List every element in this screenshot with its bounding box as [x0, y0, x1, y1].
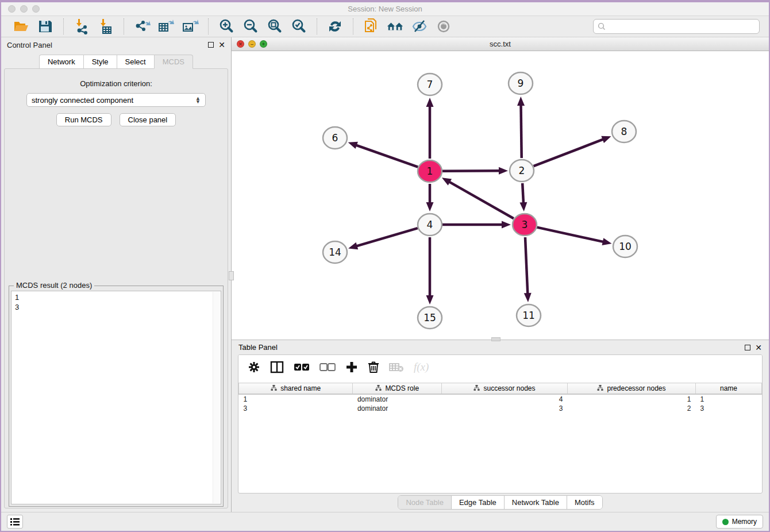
zoom-selected-icon[interactable]: [290, 18, 307, 34]
graph-node-6[interactable]: 6: [323, 127, 347, 149]
table-cell[interactable]: dominator: [353, 394, 442, 404]
horizontal-splitter-handle[interactable]: [491, 337, 500, 341]
result-scrollbar[interactable]: [213, 292, 220, 503]
graph-node-1[interactable]: 1: [418, 160, 442, 182]
tab-network[interactable]: Network: [39, 55, 83, 69]
add-column-icon[interactable]: [345, 361, 358, 373]
tab-style[interactable]: Style: [83, 55, 117, 69]
edge-2-9[interactable]: [521, 105, 522, 158]
edge-1-2[interactable]: [442, 171, 500, 171]
column-header-successor-nodes[interactable]: successor nodes: [442, 383, 568, 394]
edge-3-11[interactable]: [525, 237, 528, 294]
table-cell[interactable]: 2: [567, 404, 695, 414]
table-cell[interactable]: 1: [696, 394, 762, 404]
clone-network-icon[interactable]: [363, 18, 380, 34]
graph-node-2[interactable]: 2: [510, 160, 534, 182]
edge-3-10[interactable]: [537, 228, 603, 242]
tab-motifs[interactable]: Motifs: [567, 496, 602, 509]
deselect-all-icon[interactable]: [319, 363, 336, 372]
column-header-predecessor-nodes[interactable]: predecessor nodes: [567, 383, 695, 394]
preview-icon[interactable]: [435, 18, 452, 34]
node-table[interactable]: shared nameMCDS rolesuccessor nodesprede…: [238, 383, 762, 414]
table-cell[interactable]: 3: [442, 404, 568, 414]
tab-select[interactable]: Select: [117, 55, 154, 69]
column-header-label: predecessor nodes: [607, 384, 665, 392]
network-view-window: ✕ – + scc.txt 7968124314101511: [232, 37, 769, 340]
close-panel-icon[interactable]: ✕: [218, 42, 225, 48]
mcds-result-list[interactable]: 13: [11, 291, 221, 504]
graph-node-11[interactable]: 11: [517, 304, 541, 326]
float-panel-icon[interactable]: [208, 42, 214, 48]
gear-icon[interactable]: [248, 361, 260, 373]
graph-node-14[interactable]: 14: [323, 241, 347, 263]
task-history-button[interactable]: [7, 515, 23, 529]
result-item[interactable]: 3: [15, 302, 217, 312]
function-builder-icon: f(x): [414, 361, 429, 373]
graph-node-8[interactable]: 8: [612, 121, 636, 142]
toolbar-separator: [353, 18, 353, 34]
zoom-out-icon[interactable]: [242, 18, 259, 34]
graph-node-10[interactable]: 10: [613, 236, 637, 257]
export-image-icon[interactable]: [182, 18, 199, 34]
edge-2-3[interactable]: [522, 183, 523, 203]
table-cell[interactable]: dominator: [353, 404, 442, 414]
optimization-criterion-select[interactable]: strongly connected component ▲▼: [26, 93, 206, 107]
column-header-MCDS-role[interactable]: MCDS role: [353, 383, 442, 394]
tab-edge-table[interactable]: Edge Table: [452, 496, 505, 509]
column-header-name[interactable]: name: [696, 383, 762, 394]
zoom-in-icon[interactable]: [218, 18, 235, 34]
graph-node-9[interactable]: 9: [509, 72, 533, 94]
column-layout-icon[interactable]: [270, 360, 284, 374]
table-cell[interactable]: 1: [239, 394, 353, 404]
memory-button[interactable]: Memory: [716, 515, 763, 529]
table-cell[interactable]: 3: [696, 404, 762, 414]
export-table-icon[interactable]: [157, 18, 175, 34]
network-view-titlebar: ✕ – + scc.txt: [232, 37, 769, 51]
hide-style-icon[interactable]: [411, 18, 428, 34]
edge-arrowhead: [502, 221, 511, 229]
graph-node-15[interactable]: 15: [418, 307, 442, 329]
table-row[interactable]: 3dominator323: [239, 404, 762, 414]
toolbar-separator: [63, 18, 64, 34]
edge-3-1[interactable]: [449, 182, 514, 218]
float-table-panel-icon[interactable]: [745, 345, 750, 350]
tab-mcds[interactable]: MCDS: [154, 55, 193, 69]
apply-layout-icon[interactable]: [326, 18, 344, 34]
list-icon: [10, 518, 20, 526]
run-mcds-button[interactable]: Run MCDS: [56, 113, 111, 126]
edge-1-6[interactable]: [356, 145, 418, 167]
graph-node-7[interactable]: 7: [418, 74, 442, 95]
table-cell[interactable]: 1: [567, 394, 695, 404]
tab-node-table[interactable]: Node Table: [398, 496, 452, 509]
tab-network-table[interactable]: Network Table: [505, 496, 567, 509]
close-table-panel-icon[interactable]: ✕: [755, 345, 762, 350]
table-row[interactable]: 1dominator411: [239, 394, 762, 404]
export-network-icon[interactable]: [133, 18, 151, 34]
import-table-icon[interactable]: [97, 18, 114, 34]
table-cell[interactable]: 3: [239, 404, 353, 414]
svg-text:7: 7: [427, 79, 433, 90]
delete-column-icon[interactable]: [368, 361, 379, 373]
table-cell[interactable]: 4: [442, 394, 568, 404]
flatten-hierarchy-icon: [271, 385, 277, 391]
edge-4-14[interactable]: [356, 228, 417, 246]
zoom-fit-icon[interactable]: [266, 18, 283, 34]
search-field[interactable]: [593, 19, 760, 34]
svg-text:3: 3: [522, 219, 528, 230]
control-panel: Control Panel ✕ NetworkStyleSelectMCDS O…: [1, 37, 232, 512]
search-input[interactable]: [609, 22, 755, 31]
result-item[interactable]: 1: [15, 292, 217, 302]
graph-node-3[interactable]: 3: [513, 214, 537, 236]
open-session-icon[interactable]: [13, 18, 30, 34]
first-neighbors-icon[interactable]: [387, 18, 404, 34]
close-panel-button[interactable]: Close panel: [120, 113, 176, 126]
edge-2-8[interactable]: [534, 139, 604, 166]
vertical-splitter-handle[interactable]: [229, 271, 234, 280]
graph-node-4[interactable]: 4: [418, 214, 442, 236]
select-all-icon[interactable]: [294, 363, 310, 372]
column-header-shared-name[interactable]: shared name: [239, 383, 353, 394]
save-session-icon[interactable]: [37, 18, 54, 34]
svg-text:10: 10: [619, 241, 632, 252]
network-canvas[interactable]: 7968124314101511: [232, 51, 769, 340]
import-network-icon[interactable]: [73, 18, 90, 34]
